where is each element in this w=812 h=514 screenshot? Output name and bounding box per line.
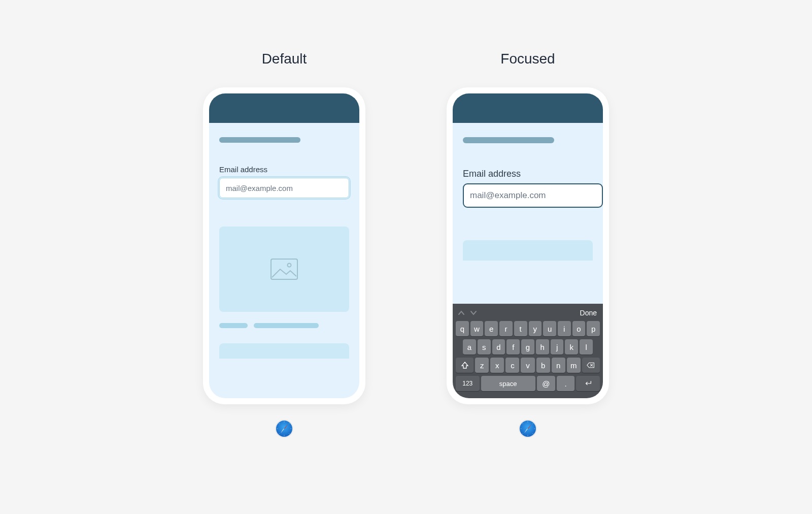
email-placeholder: mail@example.com bbox=[470, 190, 546, 201]
letter-key-i[interactable]: i bbox=[558, 321, 571, 336]
letter-key-x[interactable]: x bbox=[490, 358, 504, 373]
default-title: Default bbox=[262, 51, 307, 67]
email-label: Email address bbox=[219, 165, 349, 174]
image-icon bbox=[270, 258, 298, 280]
image-placeholder bbox=[219, 227, 349, 312]
numbers-key[interactable]: 123 bbox=[456, 376, 480, 391]
letter-key-m[interactable]: m bbox=[567, 358, 581, 373]
keyboard-prev-icon[interactable] bbox=[458, 309, 465, 317]
at-key[interactable]: @ bbox=[537, 376, 555, 391]
space-key[interactable]: space bbox=[481, 376, 535, 391]
heading-placeholder bbox=[463, 137, 554, 143]
phone-frame-default: Email address mail@example.com bbox=[203, 87, 365, 404]
letter-key-l[interactable]: l bbox=[580, 339, 593, 355]
letter-key-s[interactable]: s bbox=[478, 339, 491, 355]
content-placeholder bbox=[463, 240, 593, 261]
return-key[interactable] bbox=[576, 376, 600, 391]
letter-key-o[interactable]: o bbox=[572, 321, 586, 336]
letter-key-h[interactable]: h bbox=[536, 339, 549, 355]
email-field[interactable]: mail@example.com bbox=[463, 183, 603, 208]
letter-key-y[interactable]: y bbox=[529, 321, 542, 336]
keyboard-done-button[interactable]: Done bbox=[580, 309, 597, 317]
email-label: Email address bbox=[463, 169, 593, 179]
text-line bbox=[219, 323, 248, 328]
backspace-key[interactable] bbox=[582, 358, 600, 373]
focused-state-column: Focused Email address mail@example.com bbox=[447, 51, 609, 439]
status-bar bbox=[453, 93, 603, 123]
content-placeholder bbox=[219, 343, 349, 359]
phone-frame-focused: Email address mail@example.com bbox=[447, 87, 609, 404]
keyboard-toolbar: Done bbox=[455, 307, 601, 321]
letter-key-d[interactable]: d bbox=[492, 339, 505, 355]
heading-placeholder bbox=[219, 137, 300, 143]
text-line bbox=[254, 323, 319, 328]
default-state-column: Default Email address mail@example.com bbox=[203, 51, 365, 439]
dot-key[interactable]: . bbox=[557, 376, 575, 391]
email-placeholder: mail@example.com bbox=[226, 184, 293, 192]
letter-key-t[interactable]: t bbox=[514, 321, 527, 336]
keyboard-next-icon[interactable] bbox=[470, 309, 477, 317]
email-field[interactable]: mail@example.com bbox=[219, 178, 349, 198]
letter-key-z[interactable]: z bbox=[475, 358, 489, 373]
letter-key-k[interactable]: k bbox=[565, 339, 578, 355]
phone-screen-focused: Email address mail@example.com bbox=[453, 93, 603, 398]
virtual-keyboard: Done qwertyuiop asdfghjkl zxcvbnm bbox=[453, 304, 603, 398]
svg-rect-0 bbox=[271, 259, 297, 279]
letter-key-b[interactable]: b bbox=[536, 358, 550, 373]
letter-key-q[interactable]: q bbox=[456, 321, 469, 336]
letter-key-p[interactable]: p bbox=[587, 321, 600, 336]
phone-screen-default: Email address mail@example.com bbox=[209, 93, 359, 398]
letter-key-g[interactable]: g bbox=[521, 339, 534, 355]
focused-title: Focused bbox=[500, 51, 555, 67]
letter-key-j[interactable]: j bbox=[551, 339, 564, 355]
letter-key-a[interactable]: a bbox=[463, 339, 476, 355]
letter-key-n[interactable]: n bbox=[552, 358, 565, 373]
letter-key-c[interactable]: c bbox=[505, 358, 519, 373]
shift-key[interactable] bbox=[456, 358, 473, 373]
status-bar bbox=[209, 93, 359, 123]
letter-key-v[interactable]: v bbox=[521, 358, 534, 373]
svg-point-1 bbox=[288, 264, 291, 267]
safari-icon bbox=[274, 419, 294, 439]
letter-key-u[interactable]: u bbox=[543, 321, 556, 336]
safari-icon bbox=[518, 419, 538, 439]
letter-key-e[interactable]: e bbox=[485, 321, 498, 336]
letter-key-r[interactable]: r bbox=[499, 321, 513, 336]
text-lines bbox=[219, 323, 349, 328]
letter-key-f[interactable]: f bbox=[506, 339, 520, 355]
letter-key-w[interactable]: w bbox=[470, 321, 484, 336]
